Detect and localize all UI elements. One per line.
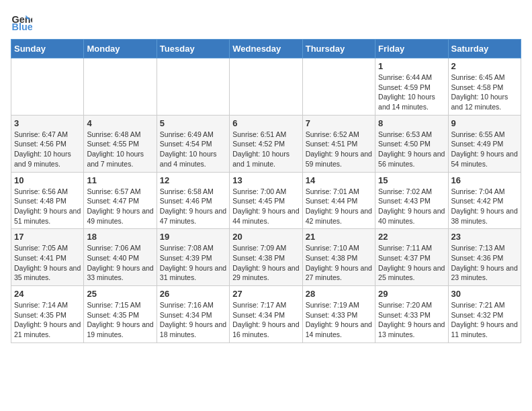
calendar-cell: 1Sunrise: 6:44 AM Sunset: 4:59 PM Daylig…: [375, 58, 448, 116]
calendar-week-row: 10Sunrise: 6:56 AM Sunset: 4:48 PM Dayli…: [11, 172, 521, 229]
day-info: Sunrise: 7:20 AM Sunset: 4:33 PM Dayligh…: [378, 300, 445, 340]
day-number: 28: [306, 289, 372, 299]
day-info: Sunrise: 7:10 AM Sunset: 4:38 PM Dayligh…: [306, 243, 372, 283]
logo: General Blue: [11, 11, 35, 32]
weekday-header: Monday: [84, 40, 157, 58]
calendar-cell: 22Sunrise: 7:11 AM Sunset: 4:37 PM Dayli…: [375, 229, 448, 286]
day-info: Sunrise: 7:11 AM Sunset: 4:37 PM Dayligh…: [378, 243, 445, 283]
day-number: 12: [160, 175, 226, 185]
calendar-cell: 23Sunrise: 7:13 AM Sunset: 4:36 PM Dayli…: [448, 229, 521, 286]
day-info: Sunrise: 6:56 AM Sunset: 4:48 PM Dayligh…: [14, 187, 81, 226]
day-number: 13: [232, 175, 299, 185]
calendar-cell: [11, 58, 84, 116]
calendar-week-row: 24Sunrise: 7:14 AM Sunset: 4:35 PM Dayli…: [11, 286, 521, 343]
day-info: Sunrise: 6:45 AM Sunset: 4:58 PM Dayligh…: [451, 73, 518, 112]
day-info: Sunrise: 7:00 AM Sunset: 4:45 PM Dayligh…: [232, 187, 299, 226]
calendar-cell: [302, 58, 375, 116]
day-number: 20: [232, 232, 299, 242]
calendar-week-row: 17Sunrise: 7:05 AM Sunset: 4:41 PM Dayli…: [11, 229, 521, 286]
day-info: Sunrise: 7:14 AM Sunset: 4:35 PM Dayligh…: [14, 300, 81, 340]
weekday-header: Tuesday: [157, 40, 229, 58]
day-info: Sunrise: 7:13 AM Sunset: 4:36 PM Dayligh…: [451, 243, 518, 283]
day-number: 21: [306, 232, 372, 242]
day-number: 26: [160, 289, 226, 299]
weekday-header: Friday: [375, 40, 448, 58]
calendar-cell: [157, 58, 229, 116]
day-info: Sunrise: 6:53 AM Sunset: 4:50 PM Dayligh…: [378, 130, 445, 169]
day-number: 6: [232, 118, 299, 128]
calendar-cell: 24Sunrise: 7:14 AM Sunset: 4:35 PM Dayli…: [11, 286, 84, 343]
calendar-cell: 20Sunrise: 7:09 AM Sunset: 4:38 PM Dayli…: [230, 229, 302, 286]
day-number: 23: [451, 232, 518, 242]
day-number: 27: [232, 289, 299, 299]
day-info: Sunrise: 6:58 AM Sunset: 4:46 PM Dayligh…: [160, 187, 226, 226]
day-number: 3: [14, 118, 81, 128]
day-info: Sunrise: 7:17 AM Sunset: 4:34 PM Dayligh…: [232, 300, 299, 340]
calendar-cell: [230, 58, 302, 116]
calendar-cell: 14Sunrise: 7:01 AM Sunset: 4:44 PM Dayli…: [302, 172, 375, 229]
day-number: 7: [306, 118, 372, 128]
day-number: 2: [451, 61, 518, 71]
day-info: Sunrise: 6:51 AM Sunset: 4:52 PM Dayligh…: [232, 130, 299, 169]
day-number: 11: [87, 175, 153, 185]
calendar-cell: 30Sunrise: 7:21 AM Sunset: 4:32 PM Dayli…: [448, 286, 521, 343]
calendar-cell: 6Sunrise: 6:51 AM Sunset: 4:52 PM Daylig…: [230, 115, 302, 172]
day-number: 15: [378, 175, 445, 185]
day-info: Sunrise: 7:19 AM Sunset: 4:33 PM Dayligh…: [306, 300, 372, 340]
day-info: Sunrise: 7:01 AM Sunset: 4:44 PM Dayligh…: [306, 187, 372, 226]
calendar-week-row: 3Sunrise: 6:47 AM Sunset: 4:56 PM Daylig…: [11, 115, 521, 172]
calendar-cell: 21Sunrise: 7:10 AM Sunset: 4:38 PM Dayli…: [302, 229, 375, 286]
calendar-cell: 7Sunrise: 6:52 AM Sunset: 4:51 PM Daylig…: [302, 115, 375, 172]
day-number: 5: [160, 118, 226, 128]
day-number: 14: [306, 175, 372, 185]
calendar-cell: 2Sunrise: 6:45 AM Sunset: 4:58 PM Daylig…: [448, 58, 521, 116]
calendar-cell: 9Sunrise: 6:55 AM Sunset: 4:49 PM Daylig…: [448, 115, 521, 172]
day-info: Sunrise: 7:05 AM Sunset: 4:41 PM Dayligh…: [14, 243, 81, 283]
calendar-cell: 18Sunrise: 7:06 AM Sunset: 4:40 PM Dayli…: [84, 229, 157, 286]
day-number: 29: [378, 289, 445, 299]
day-info: Sunrise: 6:44 AM Sunset: 4:59 PM Dayligh…: [378, 73, 445, 112]
calendar-cell: 3Sunrise: 6:47 AM Sunset: 4:56 PM Daylig…: [11, 115, 84, 172]
day-number: 19: [160, 232, 226, 242]
day-number: 10: [14, 175, 81, 185]
calendar-cell: 19Sunrise: 7:08 AM Sunset: 4:39 PM Dayli…: [157, 229, 229, 286]
calendar-cell: 25Sunrise: 7:15 AM Sunset: 4:35 PM Dayli…: [84, 286, 157, 343]
day-number: 25: [87, 289, 153, 299]
weekday-header-row: SundayMondayTuesdayWednesdayThursdayFrid…: [11, 40, 521, 58]
calendar-cell: 11Sunrise: 6:57 AM Sunset: 4:47 PM Dayli…: [84, 172, 157, 229]
day-info: Sunrise: 6:57 AM Sunset: 4:47 PM Dayligh…: [87, 187, 153, 226]
calendar-week-row: 1Sunrise: 6:44 AM Sunset: 4:59 PM Daylig…: [11, 58, 521, 116]
weekday-header: Sunday: [11, 40, 84, 58]
calendar-cell: 15Sunrise: 7:02 AM Sunset: 4:43 PM Dayli…: [375, 172, 448, 229]
day-number: 30: [451, 289, 518, 299]
weekday-header: Saturday: [448, 40, 521, 58]
header: General Blue: [11, 11, 521, 32]
day-info: Sunrise: 7:04 AM Sunset: 4:42 PM Dayligh…: [451, 187, 518, 226]
calendar-cell: 27Sunrise: 7:17 AM Sunset: 4:34 PM Dayli…: [230, 286, 302, 343]
calendar-cell: 17Sunrise: 7:05 AM Sunset: 4:41 PM Dayli…: [11, 229, 84, 286]
day-info: Sunrise: 6:52 AM Sunset: 4:51 PM Dayligh…: [306, 130, 372, 169]
day-info: Sunrise: 6:55 AM Sunset: 4:49 PM Dayligh…: [451, 130, 518, 169]
calendar-cell: 28Sunrise: 7:19 AM Sunset: 4:33 PM Dayli…: [302, 286, 375, 343]
calendar-cell: 10Sunrise: 6:56 AM Sunset: 4:48 PM Dayli…: [11, 172, 84, 229]
calendar-cell: 13Sunrise: 7:00 AM Sunset: 4:45 PM Dayli…: [230, 172, 302, 229]
day-number: 1: [378, 61, 445, 71]
day-info: Sunrise: 7:16 AM Sunset: 4:34 PM Dayligh…: [160, 300, 226, 340]
weekday-header: Thursday: [302, 40, 375, 58]
day-info: Sunrise: 7:06 AM Sunset: 4:40 PM Dayligh…: [87, 243, 153, 283]
calendar-cell: 12Sunrise: 6:58 AM Sunset: 4:46 PM Dayli…: [157, 172, 229, 229]
day-info: Sunrise: 7:15 AM Sunset: 4:35 PM Dayligh…: [87, 300, 153, 340]
day-number: 16: [451, 175, 518, 185]
day-number: 22: [378, 232, 445, 242]
calendar-cell: 29Sunrise: 7:20 AM Sunset: 4:33 PM Dayli…: [375, 286, 448, 343]
calendar-cell: [84, 58, 157, 116]
day-number: 4: [87, 118, 153, 128]
day-info: Sunrise: 7:02 AM Sunset: 4:43 PM Dayligh…: [378, 187, 445, 226]
calendar-cell: 8Sunrise: 6:53 AM Sunset: 4:50 PM Daylig…: [375, 115, 448, 172]
weekday-header: Wednesday: [230, 40, 302, 58]
calendar-cell: 5Sunrise: 6:49 AM Sunset: 4:54 PM Daylig…: [157, 115, 229, 172]
calendar-cell: 26Sunrise: 7:16 AM Sunset: 4:34 PM Dayli…: [157, 286, 229, 343]
calendar: SundayMondayTuesdayWednesdayThursdayFrid…: [11, 39, 521, 343]
day-info: Sunrise: 6:47 AM Sunset: 4:56 PM Dayligh…: [14, 130, 81, 169]
day-info: Sunrise: 7:09 AM Sunset: 4:38 PM Dayligh…: [232, 243, 299, 283]
